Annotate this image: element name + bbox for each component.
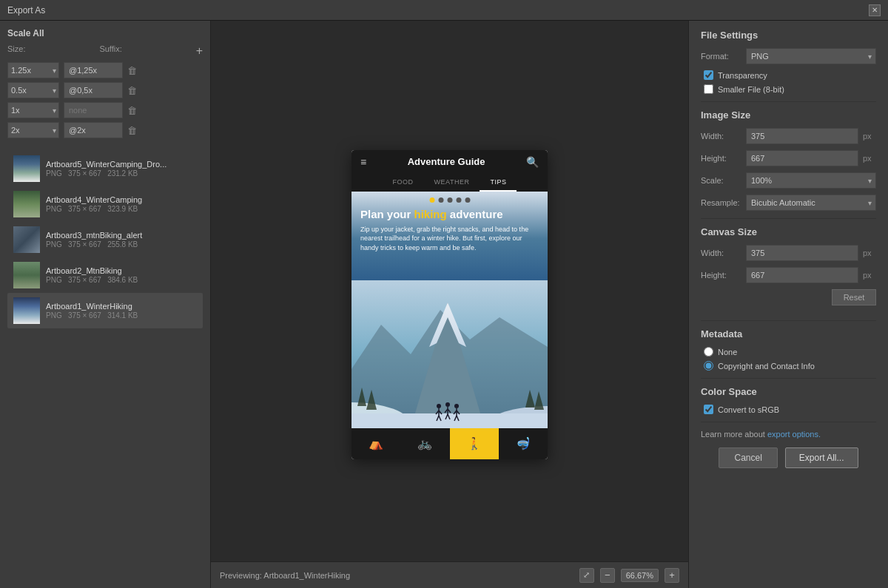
- center-panel: ≡ Adventure Guide 🔍 FOOD WEATHER TIPS: [211, 21, 688, 588]
- artboard-name-2: Artboard3_mtnBiking_alert: [46, 231, 197, 240]
- artboard-item-2[interactable]: Artboard3_mtnBiking_alert PNG 375 × 667 …: [7, 222, 203, 257]
- dialog-title: Export As: [7, 5, 45, 16]
- phone-tab-weather: WEATHER: [424, 174, 480, 192]
- scale-section-title: Scale All: [7, 28, 203, 38]
- scale-suffix-input-0[interactable]: [64, 62, 123, 78]
- artboard-info-0: Artboard5_WinterCamping_Dro... PNG 375 ×…: [46, 160, 197, 178]
- divider-5: [701, 422, 876, 422]
- transparency-label[interactable]: Transparency: [718, 71, 767, 80]
- canvas-width-row: Width: px: [701, 245, 876, 261]
- phone-hero: Plan your hiking adventure Zip up your j…: [352, 192, 548, 428]
- search-icon: 🔍: [526, 156, 539, 168]
- scale-row-2: 1x 🗑: [7, 102, 203, 118]
- artboard-info-4: Artboard1_WinterHiking PNG 375 × 667 314…: [46, 302, 197, 320]
- artboard-meta-4: PNG 375 × 667 314.1 KB: [46, 311, 197, 320]
- metadata-copyright-radio[interactable]: [704, 361, 713, 371]
- export-all-button[interactable]: Export All...: [785, 447, 858, 468]
- transparency-checkbox[interactable]: [704, 70, 713, 80]
- scale-size-wrapper-1: 0.5x: [7, 82, 59, 98]
- artboard-name-3: Artboard2_MtnBiking: [46, 266, 197, 275]
- format-label: Format:: [701, 52, 741, 61]
- close-button[interactable]: ✕: [869, 4, 881, 16]
- color-space-title: Color Space: [701, 386, 876, 397]
- scale-label-right: Scale:: [701, 176, 741, 185]
- artboard-item-3[interactable]: Artboard2_MtnBiking PNG 375 × 667 384.6 …: [7, 257, 203, 293]
- delete-scale-icon-0[interactable]: 🗑: [127, 65, 137, 76]
- artboard-info-2: Artboard3_mtnBiking_alert PNG 375 × 667 …: [46, 231, 197, 249]
- scale-select-right[interactable]: 100% 50% 200%: [746, 172, 876, 189]
- canvas-height-unit: px: [863, 271, 876, 280]
- delete-scale-icon-1[interactable]: 🗑: [127, 85, 137, 96]
- artboard-item-1[interactable]: Artboard4_WinterCamping PNG 375 × 667 32…: [7, 186, 203, 222]
- scale-size-select-2[interactable]: 1x: [7, 102, 59, 118]
- scale-size-wrapper-3: 2x: [7, 122, 59, 138]
- hero-body-text: Zip up your jacket, grab the right snack…: [360, 225, 539, 253]
- metadata-copyright-label[interactable]: Copyright and Contact Info: [718, 362, 815, 371]
- artboard-item-0[interactable]: Artboard5_WinterCamping_Dro... PNG 375 ×…: [7, 151, 203, 186]
- canvas-size-title: Canvas Size: [701, 226, 876, 237]
- image-size-title: Image Size: [701, 109, 876, 121]
- zoom-value: 66.67%: [621, 569, 659, 582]
- main-container: Scale All Size: Suffix: + 1.25x 🗑 0.5x: [0, 21, 888, 588]
- phone-app-title: Adventure Guide: [366, 156, 526, 167]
- delete-scale-icon-3[interactable]: 🗑: [127, 125, 137, 136]
- hero-text: Plan your hiking adventure Zip up your j…: [360, 208, 539, 253]
- scale-size-wrapper-2: 1x: [7, 102, 59, 118]
- phone-bottom-nav: ⛺ 🚲 🚶 🤿: [352, 428, 548, 459]
- zoom-in-button[interactable]: +: [665, 568, 679, 583]
- smaller-file-row: Smaller File (8-bit): [704, 84, 876, 94]
- scale-row-right: Scale: 100% 50% 200%: [701, 172, 876, 189]
- preview-bar: Previewing: Artboard1_WinterHiking ⤢ − 6…: [211, 561, 688, 588]
- right-panel: File Settings Format: PNG JPEG GIF SVG T…: [688, 21, 888, 588]
- scale-suffix-input-3[interactable]: [64, 122, 123, 138]
- canvas-width-label: Width:: [701, 249, 741, 257]
- smaller-file-checkbox[interactable]: [704, 84, 713, 94]
- image-height-input[interactable]: [746, 150, 858, 166]
- canvas-width-input[interactable]: [746, 245, 858, 261]
- add-scale-button[interactable]: +: [196, 44, 203, 58]
- scale-suffix-input-1[interactable]: [64, 82, 123, 98]
- resample-select[interactable]: Bicubic Automatic Bicubic Smoother Bicub…: [746, 195, 876, 211]
- resample-select-wrapper: Bicubic Automatic Bicubic Smoother Bicub…: [746, 195, 876, 211]
- bottom-nav-hike: 🚶: [450, 428, 499, 459]
- scale-size-select-0[interactable]: 1.25x: [7, 62, 59, 78]
- mountain-svg: [352, 280, 548, 428]
- format-select[interactable]: PNG JPEG GIF SVG: [746, 48, 876, 64]
- metadata-none-radio[interactable]: [704, 347, 713, 356]
- artboard-thumb-4: [13, 297, 40, 324]
- zoom-out-button[interactable]: −: [600, 568, 615, 583]
- mountain-scene: [352, 280, 548, 428]
- cancel-button[interactable]: Cancel: [719, 447, 777, 468]
- image-width-input[interactable]: [746, 128, 858, 144]
- divider-1: [701, 101, 876, 102]
- metadata-none-label[interactable]: None: [718, 348, 737, 356]
- phone-tab-food: FOOD: [383, 174, 424, 192]
- artboard-meta-0: PNG 375 × 667 231.2 KB: [46, 169, 197, 178]
- artboard-meta-2: PNG 375 × 667 255.8 KB: [46, 240, 197, 249]
- smaller-file-label[interactable]: Smaller File (8-bit): [718, 85, 784, 94]
- canvas-height-input[interactable]: [746, 267, 858, 283]
- dot-3: [447, 197, 452, 203]
- artboard-item-4[interactable]: Artboard1_WinterHiking PNG 375 × 667 314…: [7, 293, 203, 328]
- export-options-link[interactable]: export options.: [767, 430, 821, 439]
- convert-srgb-label[interactable]: Convert to sRGB: [718, 405, 779, 414]
- scale-select-wrapper: 100% 50% 200%: [746, 172, 876, 189]
- dot-5: [465, 197, 470, 203]
- scale-suffix-input-2[interactable]: [64, 102, 123, 118]
- convert-srgb-checkbox[interactable]: [704, 405, 713, 414]
- reset-button[interactable]: Reset: [832, 289, 876, 305]
- format-row: Format: PNG JPEG GIF SVG: [701, 48, 876, 64]
- phone-preview: ≡ Adventure Guide 🔍 FOOD WEATHER TIPS: [352, 150, 548, 459]
- image-height-label: Height:: [701, 154, 741, 163]
- hero-headline: Plan your hiking adventure: [360, 208, 539, 221]
- file-settings-title: File Settings: [701, 30, 876, 41]
- scale-size-select-1[interactable]: 0.5x: [7, 82, 59, 98]
- scale-size-select-3[interactable]: 2x: [7, 122, 59, 138]
- fullscreen-button[interactable]: ⤢: [579, 568, 594, 583]
- headline-white: Plan your: [360, 208, 414, 220]
- title-bar: Export As ✕: [0, 0, 888, 21]
- bottom-nav-bike: 🚲: [400, 428, 449, 459]
- dot-4: [456, 197, 461, 203]
- delete-scale-icon-2[interactable]: 🗑: [127, 105, 137, 116]
- phone-tabs: FOOD WEATHER TIPS: [352, 174, 548, 192]
